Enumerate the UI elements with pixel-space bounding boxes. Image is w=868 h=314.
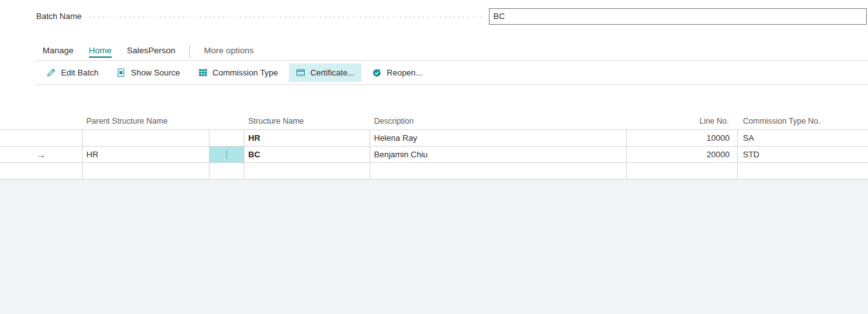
structure-name-cell[interactable] xyxy=(244,163,370,179)
parent-structure-name-cell[interactable] xyxy=(83,130,210,146)
tab-home[interactable]: Home xyxy=(81,46,119,58)
column-header-structure-name[interactable]: Structure Name xyxy=(244,117,370,129)
table-row-empty xyxy=(0,163,868,180)
description-cell[interactable]: Helena Ray xyxy=(370,130,627,146)
commission-type-label: Commission Type xyxy=(213,68,278,77)
tab-manage[interactable]: Manage xyxy=(35,46,81,58)
column-header-parent-structure-name[interactable]: Parent Structure Name xyxy=(83,117,210,129)
batch-name-field-row: Batch Name xyxy=(36,8,867,25)
pencil-icon xyxy=(46,68,56,77)
commission-type-no-cell[interactable]: SA xyxy=(738,130,868,146)
column-header-line-no[interactable]: Line No. xyxy=(627,117,738,129)
document-icon xyxy=(116,68,126,77)
action-tab-bar: Manage Home SalesPerson More options xyxy=(35,43,868,61)
row-menu-cell[interactable] xyxy=(210,163,244,179)
column-header-description[interactable]: Description xyxy=(370,117,627,129)
column-header-commission-type-no[interactable]: Commission Type No. xyxy=(738,117,868,129)
tab-salesperson[interactable]: SalesPerson xyxy=(119,46,184,58)
ellipsis-vertical-icon: ⋮ xyxy=(223,150,231,159)
structure-name-cell[interactable]: BC xyxy=(244,147,370,162)
table-row-current: → HR ⋮ BC Benjamin Chiu 20000 STD xyxy=(0,147,868,163)
line-no-cell[interactable] xyxy=(627,163,738,179)
certificate-icon xyxy=(296,68,305,77)
structure-lines-grid: HR Helena Ray 10000 SA → HR ⋮ BC Benjami… xyxy=(0,129,868,180)
action-toolbar: Edit Batch Show Source Commission Type xyxy=(0,61,868,84)
reopen-check-icon xyxy=(372,68,382,77)
show-source-label: Show Source xyxy=(131,68,180,77)
parent-structure-name-cell[interactable] xyxy=(83,163,210,179)
certificate-label: Certificate... xyxy=(310,68,354,77)
tab-manage-label: Manage xyxy=(43,46,74,58)
row-indicator-cell: → xyxy=(0,147,83,162)
reopen-button[interactable]: Reopen... xyxy=(365,63,429,82)
more-options-label: More options xyxy=(204,46,253,58)
description-cell[interactable]: Benjamin Chiu xyxy=(370,147,627,162)
tab-home-label: Home xyxy=(89,46,112,58)
grid-header-row: Parent Structure Name Structure Name Des… xyxy=(0,113,868,129)
edit-batch-button[interactable]: Edit Batch xyxy=(39,63,105,82)
parent-structure-name-cell[interactable]: HR xyxy=(83,147,210,162)
batch-name-input[interactable] xyxy=(489,8,867,25)
page-background xyxy=(0,180,868,314)
row-menu-cell[interactable] xyxy=(210,130,244,146)
structure-name-cell[interactable]: HR xyxy=(244,130,370,146)
commission-type-no-cell[interactable]: STD xyxy=(738,147,868,162)
toolbar-divider-line xyxy=(35,84,868,85)
commission-type-no-cell[interactable] xyxy=(738,163,868,179)
row-indicator-cell xyxy=(0,163,83,179)
table-row: HR Helena Ray 10000 SA xyxy=(0,130,868,147)
tab-more-options[interactable]: More options xyxy=(196,46,261,58)
current-row-arrow-icon: → xyxy=(36,149,46,160)
reopen-label: Reopen... xyxy=(387,68,422,77)
dotted-leader xyxy=(88,16,483,18)
tab-divider xyxy=(189,46,190,58)
row-indicator-cell xyxy=(0,130,83,146)
certificate-button[interactable]: Certificate... xyxy=(289,63,361,82)
grid-icon xyxy=(198,68,208,77)
batch-name-label: Batch Name xyxy=(36,11,82,21)
line-no-cell[interactable]: 10000 xyxy=(627,130,738,146)
row-menu-cell-selected[interactable]: ⋮ xyxy=(210,147,244,162)
tab-salesperson-label: SalesPerson xyxy=(127,46,176,58)
description-cell[interactable] xyxy=(370,163,627,179)
line-no-cell[interactable]: 20000 xyxy=(627,147,738,162)
commission-type-button[interactable]: Commission Type xyxy=(191,63,285,82)
edit-batch-label: Edit Batch xyxy=(61,68,98,77)
show-source-button[interactable]: Show Source xyxy=(109,63,187,82)
